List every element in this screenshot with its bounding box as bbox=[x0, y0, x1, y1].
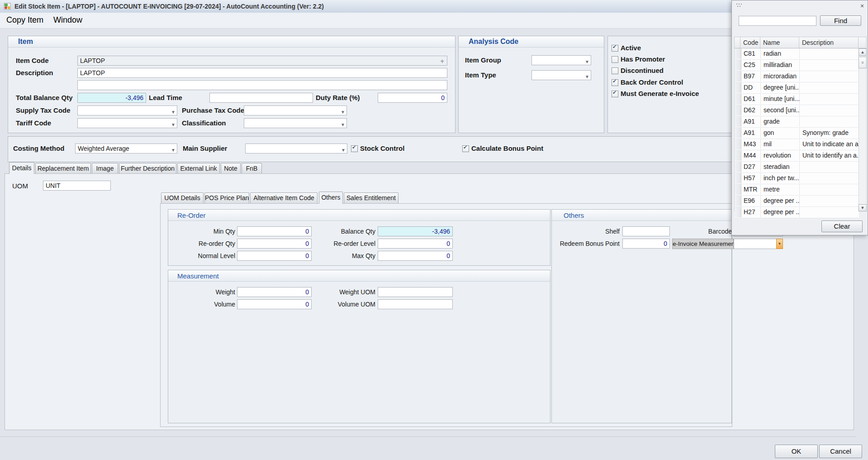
cell-description[interactable] bbox=[800, 82, 859, 93]
cell-name[interactable]: grade bbox=[761, 116, 800, 127]
cell-name[interactable]: microradian bbox=[761, 71, 800, 81]
volume-field[interactable]: 0 bbox=[237, 299, 312, 309]
cell-name[interactable]: degree per ... bbox=[761, 196, 800, 206]
column-header-code[interactable]: Code bbox=[740, 37, 760, 48]
duty-rate-field[interactable]: 0 bbox=[378, 93, 447, 103]
column-header-name[interactable]: Name bbox=[760, 37, 799, 48]
chevron-down-icon[interactable]: ▼ bbox=[341, 108, 345, 115]
cell-code[interactable]: C81 bbox=[741, 48, 761, 59]
table-row[interactable]: E96 degree per ... bbox=[735, 196, 859, 207]
item-group-combo[interactable]: ▼ bbox=[531, 55, 591, 65]
back-order-control-checkbox[interactable] bbox=[612, 79, 618, 86]
table-row[interactable]: H27 degree per ... bbox=[735, 207, 859, 218]
cell-description[interactable] bbox=[800, 196, 859, 206]
weight-field[interactable]: 0 bbox=[237, 287, 312, 297]
tariff-code-combo[interactable]: ▼ bbox=[77, 118, 177, 128]
item-type-combo[interactable]: ▼ bbox=[531, 70, 591, 80]
table-row[interactable]: MTR metre bbox=[735, 184, 859, 196]
scrollbar-thumb[interactable]: ≡ bbox=[859, 57, 867, 68]
add-icon[interactable]: + bbox=[440, 56, 444, 66]
active-checkbox[interactable] bbox=[612, 45, 618, 52]
chevron-down-icon[interactable]: ▼ bbox=[171, 120, 175, 128]
shelf-field[interactable] bbox=[622, 226, 670, 236]
cell-code[interactable]: B97 bbox=[741, 71, 761, 81]
row-indicator-cell[interactable] bbox=[735, 116, 741, 127]
subtab-sales-entitlement[interactable]: Sales Entitlement bbox=[344, 192, 398, 203]
table-row[interactable]: C25 milliradian bbox=[735, 60, 859, 71]
row-indicator-cell[interactable] bbox=[735, 94, 741, 104]
row-indicator-cell[interactable] bbox=[735, 162, 741, 172]
row-indicator-cell[interactable] bbox=[735, 82, 741, 93]
table-row[interactable]: H57 inch per tw... bbox=[735, 173, 859, 184]
table-row[interactable]: D62 second [uni... bbox=[735, 105, 859, 116]
subtab-others[interactable]: Others bbox=[319, 192, 343, 204]
row-indicator-cell[interactable] bbox=[735, 184, 741, 195]
stock-control-checkbox[interactable] bbox=[351, 145, 358, 152]
cell-description[interactable] bbox=[800, 173, 859, 183]
item-code-field[interactable]: LAPTOP + bbox=[77, 56, 447, 66]
cell-description[interactable] bbox=[800, 184, 859, 195]
cell-name[interactable]: minute [uni... bbox=[761, 94, 800, 104]
lead-time-field[interactable] bbox=[209, 93, 313, 103]
table-row[interactable]: M43 mil Unit to indicate an a... bbox=[735, 139, 859, 150]
max-qty-field[interactable]: 0 bbox=[378, 251, 453, 261]
cell-code[interactable]: H27 bbox=[741, 207, 761, 217]
cell-description[interactable] bbox=[800, 48, 859, 59]
chevron-down-icon[interactable]: ▼ bbox=[341, 120, 345, 128]
cell-code[interactable]: D61 bbox=[741, 94, 761, 104]
cell-name[interactable]: mil bbox=[761, 139, 800, 149]
cell-name[interactable]: revolution bbox=[761, 150, 800, 161]
popup-scrollbar[interactable] bbox=[859, 48, 867, 211]
cell-name[interactable]: steradian bbox=[761, 162, 800, 172]
subtab-pos-price-plan[interactable]: POS Price Plan bbox=[204, 192, 249, 203]
cell-description[interactable] bbox=[800, 207, 859, 217]
row-indicator-cell[interactable] bbox=[735, 128, 741, 138]
cell-code[interactable]: A91 bbox=[741, 116, 761, 127]
row-indicator-cell[interactable] bbox=[735, 139, 741, 149]
volume-uom-field[interactable] bbox=[378, 299, 453, 309]
tab-further-description[interactable]: Further Description bbox=[119, 163, 176, 173]
min-qty-field[interactable]: 0 bbox=[237, 226, 312, 236]
cell-description[interactable]: Unit to identify an a... bbox=[800, 150, 859, 161]
close-icon[interactable]: × bbox=[859, 2, 866, 10]
tab-replacement-item[interactable]: Replacement Item bbox=[35, 163, 91, 173]
cell-code[interactable]: D27 bbox=[741, 162, 761, 172]
classification-combo[interactable]: ▼ bbox=[244, 118, 347, 128]
einvoice-measurement-combo[interactable] bbox=[734, 239, 777, 249]
cell-code[interactable]: H57 bbox=[741, 173, 761, 183]
cell-name[interactable]: radian bbox=[761, 48, 800, 59]
drag-handle-icon[interactable] bbox=[736, 3, 742, 7]
supply-tax-code-combo[interactable]: ▼ bbox=[77, 105, 177, 115]
cell-code[interactable]: E96 bbox=[741, 196, 761, 206]
purchase-tax-code-combo[interactable]: ▼ bbox=[244, 105, 347, 115]
cell-name[interactable]: degree [uni... bbox=[761, 82, 800, 93]
description-field[interactable]: LAPTOP bbox=[77, 68, 447, 78]
chevron-down-icon[interactable]: ▼ bbox=[341, 146, 346, 153]
ok-button[interactable]: OK bbox=[775, 445, 818, 458]
chevron-down-icon[interactable]: ▼ bbox=[171, 146, 175, 153]
chevron-down-icon[interactable]: ▼ bbox=[585, 72, 589, 80]
table-row[interactable]: M44 revolution Unit to identify an a... bbox=[735, 150, 859, 162]
costing-method-combo[interactable]: Weighted Average▼ bbox=[75, 144, 177, 153]
must-generate-einvoice-checkbox[interactable] bbox=[612, 91, 618, 97]
tab-details[interactable]: Details bbox=[9, 162, 34, 174]
cell-name[interactable]: second [uni... bbox=[761, 105, 800, 115]
reorder-qty-field[interactable]: 0 bbox=[237, 239, 312, 249]
tab-fnb[interactable]: FnB bbox=[242, 163, 262, 173]
normal-level-field[interactable]: 0 bbox=[237, 251, 312, 261]
row-indicator-cell[interactable] bbox=[735, 71, 741, 81]
chevron-down-icon[interactable]: ▼ bbox=[171, 108, 175, 115]
row-indicator-cell[interactable] bbox=[735, 207, 741, 217]
cancel-button[interactable]: Cancel bbox=[819, 445, 862, 458]
find-button[interactable]: Find bbox=[820, 15, 861, 26]
cell-description[interactable] bbox=[800, 162, 859, 172]
table-row[interactable]: DD degree [uni... bbox=[735, 82, 859, 94]
cell-description[interactable] bbox=[800, 71, 859, 81]
table-row[interactable]: D61 minute [uni... bbox=[735, 94, 859, 105]
cell-name[interactable]: gon bbox=[761, 128, 800, 138]
row-indicator-cell[interactable] bbox=[735, 105, 741, 115]
cell-code[interactable]: D62 bbox=[741, 105, 761, 115]
main-supplier-combo[interactable]: ▼ bbox=[245, 144, 347, 153]
tab-note[interactable]: Note bbox=[221, 163, 241, 173]
popup-search-input[interactable] bbox=[739, 16, 816, 26]
